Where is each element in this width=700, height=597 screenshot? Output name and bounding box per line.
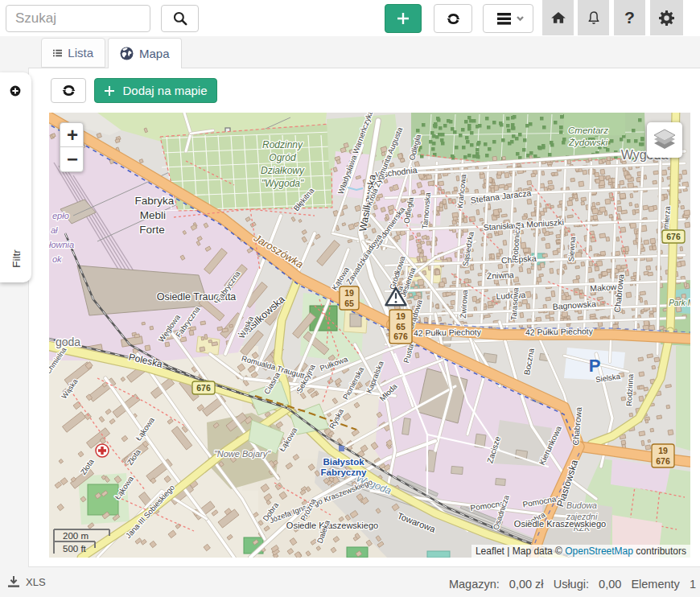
svg-text:Park M: Park M [669,298,690,307]
svg-text:Cmentarz: Cmentarz [568,126,608,135]
svg-text:676: 676 [666,232,681,241]
svg-text:Fabryka: Fabryka [135,195,175,207]
svg-text:goda: goda [56,336,80,348]
svg-text:676: 676 [656,456,670,466]
svg-text:200 m: 200 m [63,531,89,541]
svg-text:Żniwna: Żniwna [487,270,515,281]
svg-text:42 Pułku Piechoty: 42 Pułku Piechoty [525,326,594,336]
svg-text:Rodzinny: Rodzinny [262,139,303,150]
svg-text:epło: epło [52,211,69,220]
svg-text:"Nowe Bojary": "Nowe Bojary" [214,449,271,459]
svg-text:Osiedle Kraszewskiego: Osiedle Kraszewskiego [514,519,606,529]
svg-text:łownia: łownia [49,240,74,249]
svg-text:Białystok: Białystok [323,457,364,467]
svg-text:19: 19 [344,288,354,298]
svg-text:Osiedle Kraszewskiego: Osiedle Kraszewskiego [286,521,378,530]
svg-text:19: 19 [658,446,668,455]
svg-text:ał: ał [51,225,58,235]
svg-text:Forte: Forte [139,224,165,236]
svg-text:ok: ok [52,254,62,264]
svg-text:"Wygoda": "Wygoda" [261,178,304,189]
svg-text:Mebli: Mebli [140,209,166,221]
svg-text:65: 65 [396,322,406,331]
svg-text:676: 676 [393,331,408,341]
svg-text:Fabryczny: Fabryczny [321,467,367,477]
svg-text:Działkowy: Działkowy [261,165,305,176]
svg-text:500 ft: 500 ft [63,544,87,554]
svg-text:42 Pułku Piechoty: 42 Pułku Piechoty [414,327,482,337]
svg-text:Budowa: Budowa [566,500,597,510]
svg-text:Rodzinna: Rodzinna [624,373,635,406]
svg-text:Ogród: Ogród [269,152,296,163]
svg-text:Żydowski: Żydowski [568,138,607,147]
svg-text:P: P [589,356,601,376]
svg-text:65: 65 [344,298,354,308]
svg-text:Siewna: Siewna [566,236,577,262]
svg-text:19: 19 [396,311,406,321]
svg-text:676: 676 [196,383,211,393]
